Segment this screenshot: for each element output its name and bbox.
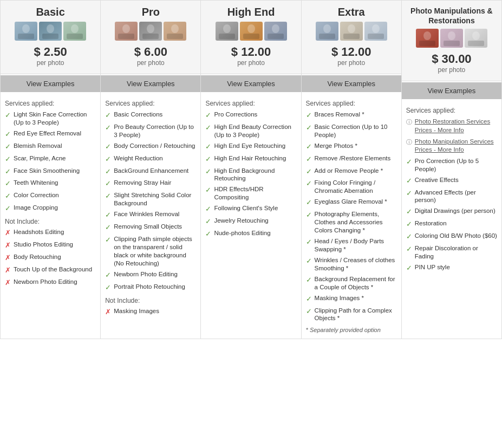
view-examples-btn-extra[interactable]: View Examples: [302, 75, 401, 92]
included-text-photo-manipulations-7: PIN UP style: [415, 263, 450, 271]
price-high-end: $ 12.00: [204, 45, 298, 59]
col-header-extra: Extra $ 12.00per photo: [302, 1, 401, 74]
view-examples-btn-high-end[interactable]: View Examples: [201, 75, 301, 92]
excluded-item-pro-0: ✗Masking Images: [105, 307, 196, 317]
col-title-photo-manipulations: Photo Manipulations & Restorations: [405, 6, 499, 25]
photo-thumb-high-end-0: [216, 22, 238, 41]
services-label-pro: Services applied:: [105, 100, 196, 107]
photo-thumb-extra-1: [340, 22, 363, 41]
check-icon: ✓: [105, 283, 111, 293]
svg-point-16: [171, 24, 179, 33]
included-item-high-end-8: ✓Nude-photos Editing: [205, 229, 296, 239]
included-item-extra-2: ✓Merge Photos *: [306, 142, 397, 152]
included-item-high-end-5: ✓HDR Effects/HDR Compositing: [205, 185, 296, 202]
photo-thumb-photo-manipulations-0: [416, 29, 439, 48]
excluded-item-basic-4: ✗Newborn Photo Editing: [5, 278, 96, 288]
check-icon: ✓: [306, 124, 312, 133]
included-text-extra-10: Background Replacement for a Couple of O…: [315, 275, 397, 291]
check-icon: ✓: [205, 155, 211, 164]
check-icon: ✓: [406, 158, 412, 167]
included-item-basic-4: ✓Face Skin Smoothening: [5, 167, 96, 177]
col-body-pro: Services applied:✓Basic Corrections✓Pro …: [101, 92, 200, 339]
photo-thumb-extra-2: [364, 22, 387, 41]
included-item-extra-7: ✓Photography Elements, Clothes and Acces…: [306, 210, 397, 235]
included-text-pro-5: Removing Stray Hair: [114, 179, 171, 187]
included-item-pro-10: ✓Newborn Photo Editing: [105, 270, 196, 280]
included-text-basic-4: Face Skin Smoothening: [14, 167, 80, 175]
included-text-pro-0: Basic Corrections: [114, 111, 162, 119]
col-extra: Extra $ 12.00per photoView: [302, 1, 402, 339]
included-text-basic-7: Image Cropping: [14, 204, 58, 212]
excluded-text-basic-4: Newborn Photo Editing: [14, 278, 77, 286]
included-item-basic-1: ✓Red Eye Effect Removal: [5, 129, 96, 139]
info-icon: ⓘ: [406, 118, 412, 126]
view-examples-btn-basic[interactable]: View Examples: [1, 75, 100, 92]
excluded-text-basic-3: Touch Up of the Background: [14, 265, 92, 274]
info-item-photo-manipulations-0: ⓘPhoto Restoration ServicesPrices - More…: [406, 118, 497, 134]
included-item-photo-manipulations-0: ✓Pro Correction (Up to 5 People): [406, 157, 497, 173]
included-item-basic-6: ✓Color Correction: [5, 191, 96, 201]
included-item-extra-8: ✓Head / Eyes / Body Parts Swapping *: [306, 237, 397, 254]
info-link-photo-manipulations-0-sub[interactable]: Prices - More Info: [415, 127, 464, 133]
svg-rect-29: [319, 34, 335, 39]
info-link-photo-manipulations-0-label[interactable]: Photo Restoration Services: [415, 118, 490, 125]
info-link-photo-manipulations-1-label[interactable]: Photo Manipulation Services: [415, 138, 494, 145]
photos-row-high-end: [204, 22, 298, 41]
included-item-extra-6: ✓Eyeglass Glare Removal *: [306, 198, 397, 207]
svg-rect-14: [142, 34, 159, 39]
check-icon: ✓: [205, 167, 211, 177]
price-sub-pro: per photo: [103, 59, 198, 67]
col-photo-manipulations: Photo Manipulations & Restorations: [402, 1, 501, 339]
col-header-basic: Basic $ 2.50per photo: [1, 1, 100, 74]
price-sub-photo-manipulations: per photo: [405, 66, 499, 74]
check-icon: ✓: [105, 211, 111, 220]
included-item-high-end-1: ✓High End Beauty Correction (Up to 3 Peo…: [205, 123, 296, 139]
included-item-pro-11: ✓Portrait Photo Retouching: [105, 283, 196, 293]
check-icon: ✓: [306, 111, 312, 120]
check-icon: ✓: [406, 207, 412, 217]
col-title-basic: Basic: [3, 6, 97, 18]
check-icon: ✓: [306, 167, 312, 177]
view-examples-btn-photo-manipulations[interactable]: View Examples: [402, 82, 501, 99]
photo-thumb-pro-2: [164, 22, 186, 41]
included-item-photo-manipulations-2: ✓Advanced Effects (per person): [406, 189, 497, 205]
included-text-high-end-0: Pro Corrections: [214, 111, 257, 119]
photo-thumb-high-end-1: [240, 22, 263, 41]
included-item-pro-1: ✓Pro Beauty Correction (Up to 3 People): [105, 123, 196, 139]
check-icon: ✓: [205, 230, 211, 239]
info-item-text-photo-manipulations-0: Photo Restoration ServicesPrices - More …: [415, 118, 490, 134]
excluded-item-basic-1: ✗Studio Photos Editing: [5, 241, 96, 250]
included-text-pro-8: Removing Small Objects: [114, 223, 182, 231]
cross-icon: ✗: [5, 254, 11, 263]
check-icon: ✓: [306, 179, 312, 189]
check-icon: ✓: [205, 124, 211, 133]
included-text-extra-0: Braces Removal *: [315, 111, 364, 119]
col-header-photo-manipulations: Photo Manipulations & Restorations: [402, 1, 501, 81]
cross-icon: ✗: [5, 229, 11, 238]
included-text-pro-4: BackGround Enhancement: [114, 167, 188, 175]
check-icon: ✓: [105, 236, 111, 245]
not-include-label-pro: Not Include:: [105, 297, 196, 304]
included-text-pro-2: Body Correction / Retouching: [114, 142, 195, 150]
check-icon: ✓: [306, 211, 312, 220]
cross-icon: ✗: [5, 278, 11, 288]
view-examples-btn-pro[interactable]: View Examples: [101, 75, 200, 92]
check-icon: ✓: [306, 307, 312, 316]
included-item-extra-11: ✓Masking Images *: [306, 294, 397, 304]
svg-rect-44: [468, 41, 484, 46]
included-item-pro-0: ✓Basic Corrections: [105, 111, 196, 120]
col-body-photo-manipulations: Services applied:ⓘPhoto Restoration Serv…: [402, 99, 501, 339]
included-text-photo-manipulations-6: Repair Discoloration or Fading: [415, 244, 497, 261]
svg-rect-2: [18, 34, 34, 39]
included-item-pro-6: ✓Slight Stretching Solid Color Backgroun…: [105, 191, 196, 207]
info-link-photo-manipulations-1-sub[interactable]: Prices - More Info: [415, 146, 464, 153]
photo-thumb-basic-0: [15, 22, 37, 41]
included-item-basic-3: ✓Scar, Pimple, Acne: [5, 154, 96, 164]
svg-rect-17: [167, 34, 183, 39]
check-icon: ✓: [5, 142, 11, 152]
included-text-high-end-3: High End Hair Retouching: [214, 154, 286, 163]
included-text-photo-manipulations-0: Pro Correction (Up to 5 People): [415, 157, 497, 173]
included-text-basic-5: Teeth Whitening: [14, 179, 58, 187]
photo-thumb-photo-manipulations-2: [465, 29, 487, 48]
col-title-pro: Pro: [103, 6, 198, 18]
